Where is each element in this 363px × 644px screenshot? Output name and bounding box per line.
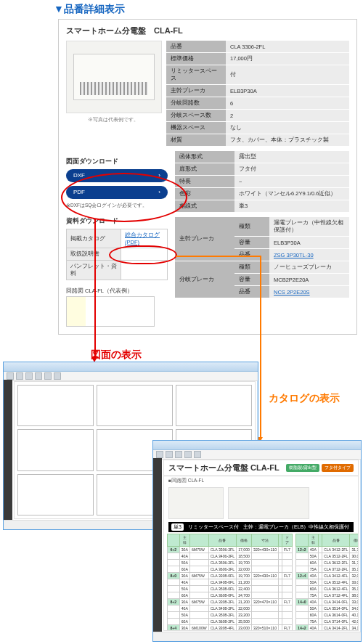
catalog-th: ドア xyxy=(282,534,293,547)
spec-value: 付 xyxy=(226,65,349,85)
spec-key: 扉形式 xyxy=(175,163,234,176)
spec-value: 露出型 xyxy=(234,151,349,163)
breaker-key: 品番 xyxy=(234,249,269,261)
breaker-table: 主幹ブレーカ種類漏電ブレーカ（中性線欠相保護付）容量ELB3P30A品番ZSG … xyxy=(175,217,349,298)
doc-key: 掲載カタログ xyxy=(67,229,121,248)
breaker-key: 容量 xyxy=(234,237,269,249)
spec-key: 機器スペース xyxy=(166,122,226,134)
catalog-th xyxy=(189,534,208,547)
toolbar-icon[interactable] xyxy=(156,451,163,458)
catalog-row: 50ACLA 3512-2FL30,000 xyxy=(296,553,359,560)
catalog-row: 60ACLA 3608-2FL25,500 xyxy=(168,619,293,625)
spec-key: 標準価格 xyxy=(166,53,226,65)
highlight-circle-catalog-link xyxy=(109,245,177,264)
toolbar-icon[interactable] xyxy=(194,451,201,458)
catalog-th xyxy=(296,534,309,547)
catalog-th: 寸法 xyxy=(252,534,279,547)
annotation-catalog: カタログの表示 xyxy=(269,392,340,405)
toolbar-icon[interactable] xyxy=(166,451,173,458)
breaker-section: 分岐ブレーカ xyxy=(175,261,234,298)
product-photo xyxy=(66,41,162,113)
spec-value: 2 xyxy=(226,110,349,122)
breaker-value: ZSG 3P30TL-30 xyxy=(269,249,349,261)
catalog-th: 価格 xyxy=(237,534,252,547)
spec-value: ホワイト（マンセル6.2Y9.1/0.6近似） xyxy=(234,188,349,200)
breaker-link[interactable]: NCS 2P2E20S xyxy=(274,289,310,295)
arrow-to-drawing xyxy=(94,219,96,359)
catalog-row: 14+240ACLA 3414-2FL34,100320×590×110FL7 xyxy=(296,625,359,632)
catalog-pdf-link[interactable]: 総合カタログ(PDF) xyxy=(125,232,160,245)
drawing-viewer-sidebar[interactable] xyxy=(4,380,12,529)
catalog-table-left: 主幹品番価格寸法ドア6+230A6M75WCLA 3306-2FL17,0003… xyxy=(167,534,293,631)
toolbar-icon[interactable] xyxy=(16,372,23,380)
spec-value: − xyxy=(234,176,349,188)
spec-value: ELB3P30A xyxy=(226,85,349,97)
catalog-product-image xyxy=(228,487,309,519)
catalog-bar-left: リミッタースペース付 xyxy=(188,523,239,531)
toolbar-icon[interactable] xyxy=(44,372,52,380)
catalog-th: 価格 xyxy=(350,534,359,547)
catalog-row: 75ACLA 3714-0FL42,000 xyxy=(296,619,359,625)
spec-key: 分岐回路数 xyxy=(166,97,226,110)
photo-note: ※写真は代表例です。 xyxy=(66,116,160,123)
breaker-section: 主幹ブレーカ xyxy=(175,217,234,261)
arrow-to-catalog-h xyxy=(176,256,261,257)
section-title: ▼品番詳細表示 xyxy=(54,3,363,16)
catalog-viewer-page[interactable]: スマートホーム分電盤 CLA-FL 樹脂製/露出型 フタ付タイプ ■回路図 CL… xyxy=(163,460,359,631)
toolbar-icon[interactable] xyxy=(25,372,33,380)
catalog-tag: フタ付タイプ xyxy=(322,464,354,472)
catalog-th: 品番 xyxy=(322,534,349,547)
catalog-row: 12+240ACLA 3412-2FL31,700320×550×110FL7 xyxy=(296,547,359,553)
catalog-viewer-sidebar[interactable] xyxy=(153,458,162,641)
breaker-value: ELB3P30A xyxy=(269,237,349,249)
spec-value: 単3 xyxy=(234,200,349,213)
catalog-circuit-image xyxy=(168,487,224,519)
catalog-row: 8+430A6M100WCLA 3308-4FL23,000320×510×11… xyxy=(168,625,293,632)
highlight-circle-drawings xyxy=(61,173,187,222)
toolbar-icon[interactable] xyxy=(35,372,42,380)
catalog-row: 60ACLA 3612-4FL35,100 xyxy=(296,586,359,592)
spec-key: 主幹ブレーカ xyxy=(166,85,226,97)
catalog-row: 50ACLA 3506-2FL19,700 xyxy=(168,560,293,566)
breaker-key: 品番 xyxy=(234,286,269,298)
catalog-row: 75ACLA 3712-2FL35,100 xyxy=(296,566,359,573)
toolbar-icon[interactable] xyxy=(175,451,182,458)
doc-key: パンフレット・資料 xyxy=(67,261,121,280)
breaker-key: 種類 xyxy=(234,217,269,237)
drawing-dl-heading: 図面ダウンロード xyxy=(66,157,168,166)
catalog-row: 6+230A6M75WCLA 3306-2FL17,000320×430×110… xyxy=(168,547,293,553)
toolbar-icon[interactable] xyxy=(54,372,61,380)
drawing-spec-table: 函体形式露出型扉形式フタ付特長−色彩ホワイト（マンセル6.2Y9.1/0.6近似… xyxy=(175,151,349,213)
catalog-section-bar: 単3 リミッタースペース付 主幹：漏電ブレーカ（ELB）中性線欠相保護付 xyxy=(168,522,354,532)
arrow-to-catalog-v xyxy=(260,256,261,439)
catalog-row: 40ACLA 3408-0FL21,200 xyxy=(168,579,293,586)
spec-key: 分岐スペース数 xyxy=(166,110,226,122)
spec-key: リミッタースペース xyxy=(166,65,226,85)
catalog-row: 50ACLA 3508-2FL23,200 xyxy=(168,612,293,619)
catalog-row: 40ACLA 3408-2FL22,000 xyxy=(168,606,293,612)
spec-table: 品番CLA 3306-2FL標準価格17,000円リミッタースペース付主幹ブレー… xyxy=(166,41,349,147)
spec-value: CLA 3306-2FL xyxy=(226,41,349,53)
drawing-viewer-titlebar[interactable] xyxy=(4,362,258,372)
breaker-link[interactable]: ZSG 3P30TL-30 xyxy=(274,252,314,258)
catalog-row: 50ACLA 3512-4FL33,000 xyxy=(296,579,359,586)
catalog-viewer-titlebar[interactable] xyxy=(153,441,361,450)
spec-key: 特長 xyxy=(175,176,234,188)
toolbar-icon[interactable] xyxy=(184,451,192,458)
spec-key: 品番 xyxy=(166,41,226,53)
toolbar-icon[interactable] xyxy=(7,372,14,380)
catalog-row: 60ACLA 3614-0FL40,100 xyxy=(296,612,359,619)
catalog-row: 12+440ACLA 3412-4FL32,000FL7 xyxy=(296,573,359,579)
catalog-viewer-toolbar[interactable] xyxy=(153,450,361,460)
circuit-caption: 回路図 CLA-FL（代表例） xyxy=(66,288,168,295)
catalog-tag: 樹脂製/露出型 xyxy=(286,464,319,472)
annotation-drawing: 図面の表示 xyxy=(91,349,142,362)
catalog-row: 60ACLA 3608-0FL24,700 xyxy=(168,592,293,599)
catalog-subtitle: ■回路図 CLA-FL xyxy=(164,476,358,486)
catalog-row: 50ACLA 3508-0FL22,400 xyxy=(168,586,293,592)
catalog-row: 75ACLA 3712-4FL38,000 xyxy=(296,592,359,599)
drawing-viewer-toolbar[interactable] xyxy=(4,372,258,381)
breaker-value: ノーヒューズブレーカ xyxy=(269,261,349,274)
catalog-row: 8+230A6M75WCLA 3308-2FL21,200320×470×110… xyxy=(168,599,293,606)
spec-key: 函体形式 xyxy=(175,151,234,163)
